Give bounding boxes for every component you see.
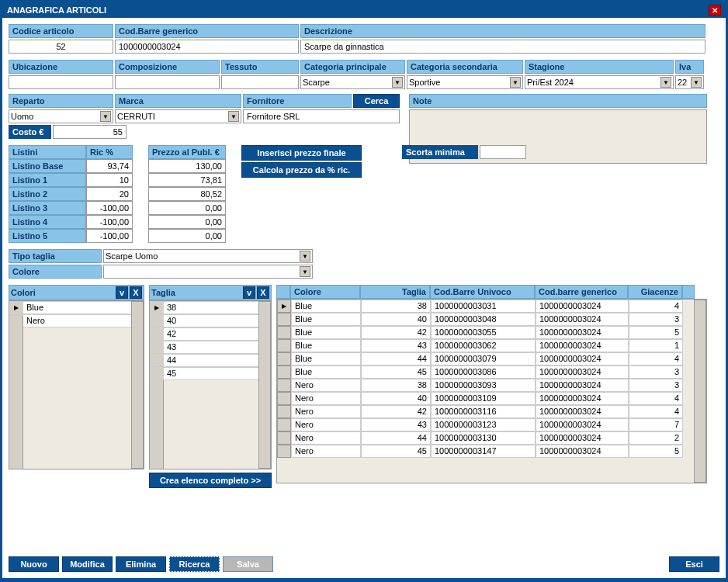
cell-giacenze: 1: [629, 339, 683, 352]
colori-x-button[interactable]: X: [130, 286, 142, 299]
row-marker[interactable]: [277, 431, 291, 445]
table-row[interactable]: Nero 38 1000000003093 1000000003024 3: [277, 379, 694, 392]
chevron-down-icon[interactable]: ▼: [691, 77, 702, 88]
listino-ric[interactable]: 10: [86, 173, 133, 187]
table-row[interactable]: Nero 44 1000000003130 1000000003024 2: [277, 431, 694, 445]
chevron-down-icon[interactable]: ▼: [300, 266, 310, 277]
listino-ric[interactable]: -100,00: [86, 229, 133, 243]
taglia-item[interactable]: 38: [164, 301, 258, 314]
chevron-down-icon[interactable]: ▼: [100, 111, 111, 122]
row-marker[interactable]: [150, 367, 164, 380]
calcola-prezzo-button[interactable]: Calcola prezzo da % ric.: [241, 162, 362, 178]
scrollbar[interactable]: [694, 300, 706, 483]
row-marker[interactable]: [277, 365, 291, 379]
cerca-button[interactable]: Cerca: [353, 94, 400, 108]
cell-generico: 1000000003024: [536, 352, 629, 365]
field-barre[interactable]: 1000000003024: [115, 40, 299, 54]
table-row[interactable]: Nero 40 1000000003109 1000000003024 4: [277, 392, 694, 405]
chevron-down-icon[interactable]: ▼: [392, 77, 403, 88]
listino-prezzo[interactable]: 0,00: [148, 201, 226, 215]
field-fornitore[interactable]: Fornitore SRL: [243, 109, 400, 123]
listino-ric[interactable]: 93,74: [86, 159, 133, 173]
row-marker[interactable]: [277, 339, 291, 352]
salva-button[interactable]: Salva: [223, 556, 273, 572]
taglia-item[interactable]: 44: [164, 354, 258, 367]
row-marker[interactable]: [277, 326, 291, 339]
select-marca[interactable]: CERRUTI▼: [115, 109, 241, 123]
table-row[interactable]: Blue 42 1000000003055 1000000003024 5: [277, 326, 694, 339]
field-tessuto[interactable]: [221, 75, 299, 89]
taglia-item[interactable]: 42: [164, 327, 258, 341]
row-marker[interactable]: [277, 418, 291, 431]
scrollbar[interactable]: [258, 301, 271, 469]
listino-prezzo[interactable]: 130,00: [148, 159, 226, 173]
row-marker[interactable]: [150, 301, 164, 314]
listino-prezzo[interactable]: 73,81: [148, 173, 226, 187]
taglia-item[interactable]: 43: [164, 341, 258, 354]
table-row[interactable]: Blue 38 1000000003031 1000000003024 4: [277, 300, 694, 313]
field-composizione[interactable]: [115, 75, 220, 89]
row-marker-icon[interactable]: [9, 301, 23, 315]
listino-prezzo[interactable]: 80,52: [148, 187, 226, 201]
chevron-down-icon[interactable]: ▼: [660, 77, 671, 88]
taglia-v-button[interactable]: v: [243, 286, 255, 299]
row-marker[interactable]: [277, 300, 291, 313]
colori-v-button[interactable]: v: [116, 286, 128, 299]
inserisci-prezzo-button[interactable]: Inserisci prezzo finale: [241, 145, 362, 161]
header-colori: Colori: [11, 288, 36, 297]
row-marker[interactable]: [277, 405, 291, 418]
row-marker[interactable]: [150, 314, 164, 327]
elimina-button[interactable]: Elimina: [116, 556, 166, 572]
taglia-item[interactable]: 45: [164, 367, 258, 380]
select-cat-principale[interactable]: Scarpe▼: [300, 75, 405, 89]
table-row[interactable]: Nero 45 1000000003147 1000000003024 5: [277, 445, 694, 458]
listino-prezzo[interactable]: 0,00: [148, 215, 226, 229]
table-row[interactable]: Blue 43 1000000003062 1000000003024 1: [277, 339, 694, 352]
taglia-x-button[interactable]: X: [257, 286, 269, 299]
listino-ric[interactable]: 20: [86, 187, 133, 201]
header-tessuto: Tessuto: [221, 60, 299, 74]
field-scorta[interactable]: [480, 145, 526, 159]
field-descr[interactable]: Scarpe da ginnastica: [300, 40, 705, 54]
table-row[interactable]: Nero 42 1000000003116 1000000003024 4: [277, 405, 694, 418]
row-marker[interactable]: [277, 352, 291, 365]
row-marker[interactable]: [150, 327, 164, 341]
row-marker[interactable]: [277, 445, 291, 458]
field-ubicazione[interactable]: [9, 75, 113, 89]
modifica-button[interactable]: Modifica: [62, 556, 113, 572]
chevron-down-icon[interactable]: ▼: [300, 251, 310, 262]
colori-item[interactable]: Blue: [23, 301, 131, 314]
chevron-down-icon[interactable]: ▼: [510, 77, 521, 88]
field-costo[interactable]: 55: [53, 125, 127, 139]
row-marker[interactable]: [150, 341, 164, 354]
table-row[interactable]: Blue 45 1000000003086 1000000003024 3: [277, 365, 694, 379]
esci-button[interactable]: Esci: [669, 556, 719, 572]
select-colore[interactable]: ▼: [103, 265, 313, 279]
row-marker[interactable]: [277, 313, 291, 326]
scrollbar[interactable]: [131, 301, 144, 469]
row-marker[interactable]: [9, 315, 23, 316]
header-colore: Colore: [9, 265, 102, 279]
listino-ric[interactable]: -100,00: [86, 201, 133, 215]
select-tipo-taglia[interactable]: Scarpe Uomo▼: [103, 249, 313, 263]
select-stagione[interactable]: Pri/Est 2024▼: [525, 75, 674, 89]
chevron-down-icon[interactable]: ▼: [228, 111, 239, 122]
field-codice[interactable]: 52: [9, 40, 113, 54]
table-row[interactable]: Blue 40 1000000003048 1000000003024 3: [277, 313, 694, 326]
taglia-item[interactable]: 40: [164, 314, 258, 327]
listino-ric[interactable]: -100,00: [86, 215, 133, 229]
table-row[interactable]: Nero 43 1000000003123 1000000003024 7: [277, 418, 694, 431]
ricerca-button[interactable]: Ricerca: [169, 556, 220, 572]
listino-prezzo[interactable]: 0,00: [148, 229, 226, 243]
row-marker[interactable]: [277, 392, 291, 405]
nuovo-button[interactable]: Nuovo: [9, 556, 59, 572]
colori-item[interactable]: Nero: [23, 314, 131, 327]
row-marker[interactable]: [150, 354, 164, 367]
select-iva[interactable]: 22▼: [675, 75, 704, 89]
close-icon[interactable]: ✕: [709, 5, 721, 16]
table-row[interactable]: Blue 44 1000000003079 1000000003024 4: [277, 352, 694, 365]
crea-elenco-button[interactable]: Crea elenco completo >>: [149, 473, 272, 488]
row-marker[interactable]: [277, 379, 291, 392]
select-reparto[interactable]: Uomo▼: [9, 109, 113, 123]
select-cat-secondaria[interactable]: Sportive▼: [407, 75, 523, 89]
